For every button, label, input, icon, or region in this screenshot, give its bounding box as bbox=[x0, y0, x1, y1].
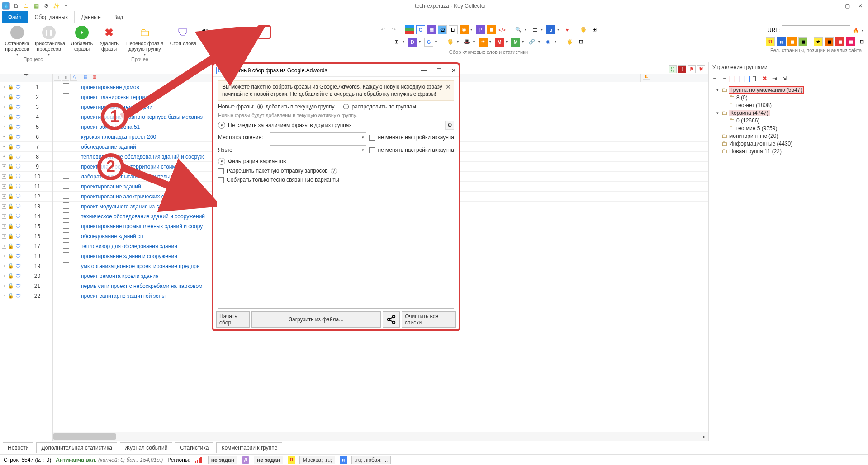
tool-o2-icon[interactable]: ◼ bbox=[487, 25, 496, 34]
contrast-icon[interactable] bbox=[201, 29, 209, 37]
phrase-cell[interactable]: тепловизор для обследования зданий bbox=[79, 243, 177, 249]
maximize-button[interactable]: ▢ bbox=[845, 3, 850, 9]
tree-item[interactable]: 🗀8 (0) bbox=[711, 94, 866, 101]
row-checkbox[interactable] bbox=[63, 202, 69, 209]
phrase-cell[interactable]: проектирование зданий bbox=[79, 183, 141, 190]
mini-6-icon[interactable]: ◼ bbox=[825, 37, 834, 46]
mini-5-icon[interactable]: ★ bbox=[814, 37, 823, 46]
tool-dot-icon[interactable]: ◉ bbox=[544, 38, 553, 47]
action-del-icon[interactable]: ✖ bbox=[697, 65, 705, 73]
tool-redo-icon[interactable]: ↷ bbox=[389, 25, 398, 34]
batch-checkbox[interactable] bbox=[218, 168, 224, 174]
menu-view[interactable]: Вид bbox=[107, 11, 130, 23]
grp-x-icon[interactable]: ✖ bbox=[760, 74, 768, 82]
region-moscow[interactable]: Москва; .ru; bbox=[299, 456, 335, 464]
close-button[interactable]: ✕ bbox=[858, 3, 863, 9]
expand-icon[interactable]: + bbox=[2, 264, 6, 268]
expand-icon[interactable]: + bbox=[2, 274, 6, 278]
url-input[interactable] bbox=[782, 25, 850, 35]
tree-arrow-icon[interactable]: ▾ bbox=[715, 88, 720, 92]
tab-extra-stats[interactable]: Дополнительная статистика bbox=[36, 442, 117, 453]
new-icon[interactable]: 🗋 bbox=[13, 2, 20, 9]
lang-keep-checkbox[interactable] bbox=[369, 147, 375, 153]
phrase-cell[interactable]: пермь сити проект с небоскребами на парк… bbox=[79, 283, 202, 289]
clear-lists-button[interactable]: Очистить все списки bbox=[402, 311, 456, 328]
load-file-button[interactable]: Загрузить из файла... bbox=[251, 311, 381, 328]
tree-item[interactable]: ▾🗀Корзина (4747) bbox=[711, 109, 866, 117]
pause-processes-button[interactable]: ❚❚ Приостановка процессов ▾ bbox=[35, 25, 62, 56]
expand-icon[interactable]: + bbox=[2, 284, 6, 288]
phrase-cell[interactable]: проект планировки территории стоимость bbox=[79, 164, 187, 170]
tool-google-icon[interactable]: G bbox=[424, 38, 433, 47]
tool-p-icon[interactable]: P bbox=[476, 25, 485, 34]
tree-item[interactable]: 🗀мониторинг гтс (20) bbox=[711, 132, 866, 140]
mini-3-icon[interactable]: ◼ bbox=[787, 37, 797, 46]
region-nz-1[interactable]: не задан bbox=[208, 456, 237, 464]
tree-item[interactable]: 🗀0 (12666) bbox=[711, 117, 866, 124]
tool-violet-icon[interactable]: ▦ bbox=[427, 25, 436, 34]
tool-link-icon[interactable]: 🔗 bbox=[527, 38, 536, 47]
tool-heart-icon[interactable]: ♥ bbox=[563, 25, 572, 34]
tool-li-icon[interactable]: Li bbox=[449, 25, 458, 34]
dialog-minimize[interactable]: — bbox=[421, 67, 427, 74]
row-checkbox[interactable] bbox=[63, 292, 69, 298]
row-checkbox[interactable] bbox=[63, 113, 69, 119]
help-icon[interactable]: ? bbox=[331, 168, 337, 174]
open-icon[interactable]: 🗀 bbox=[23, 2, 30, 9]
row-checkbox[interactable] bbox=[63, 143, 69, 149]
tree-item[interactable]: 🗀Информационные (4430) bbox=[711, 140, 866, 147]
region-nz-2[interactable]: не задан bbox=[254, 456, 283, 464]
grp-tree-icon[interactable]: ⇲ bbox=[780, 74, 788, 82]
lang-combo[interactable]: ▾ bbox=[270, 145, 366, 155]
phrase-cell[interactable]: техническое обследование зданий и сооруж… bbox=[79, 213, 205, 220]
tab-news[interactable]: Новости bbox=[3, 442, 33, 453]
location-combo[interactable]: ▾ bbox=[270, 132, 366, 142]
tool-m-icon[interactable]: M bbox=[495, 38, 504, 47]
tab-comments[interactable]: Комментарии к группе bbox=[216, 442, 282, 453]
tool-hand2-icon[interactable]: 🖐 bbox=[446, 38, 455, 47]
tree-item[interactable]: ▾🗀Группа по умолчанию (5547) bbox=[711, 86, 866, 94]
tool-m2-icon[interactable]: M bbox=[511, 38, 520, 47]
region-any[interactable]: .ru; любая; ... bbox=[351, 456, 391, 464]
tool-grid2-icon[interactable]: ⊞ bbox=[576, 38, 585, 47]
expand-icon[interactable]: + bbox=[2, 145, 6, 149]
save-icon[interactable]: ▦ bbox=[33, 2, 40, 9]
action-warn-icon[interactable]: ! bbox=[678, 65, 686, 73]
tab-log[interactable]: Журнал событий bbox=[120, 442, 172, 453]
share-button[interactable] bbox=[383, 311, 400, 328]
phrase-cell[interactable]: проект модульного здания из сэндвич пане… bbox=[79, 203, 199, 210]
expand-icon[interactable]: + bbox=[2, 194, 6, 199]
phrase-cell[interactable]: проектирование зданий и сооружений bbox=[79, 253, 177, 259]
dialog-maximize[interactable]: ☐ bbox=[436, 67, 441, 74]
tool-code-icon[interactable]: </> bbox=[498, 25, 507, 34]
phrase-cell[interactable]: проектирование главного корпуса базы мех… bbox=[79, 114, 203, 120]
phrase-cell[interactable]: проектирование электрических сетей bbox=[79, 193, 175, 200]
phrase-cell[interactable]: проект ремонта кровли здания bbox=[79, 273, 158, 279]
ya-icon[interactable]: Я bbox=[766, 37, 775, 46]
grp-sort-icon[interactable]: ⇅ bbox=[750, 74, 759, 82]
expand-icon[interactable]: + bbox=[2, 95, 6, 99]
tool-hand1-icon[interactable]: 🖐 bbox=[579, 25, 588, 34]
expand-icon[interactable]: + bbox=[2, 184, 6, 189]
wand-icon[interactable]: ✨ bbox=[52, 2, 60, 9]
row-checkbox[interactable] bbox=[63, 103, 69, 109]
grp-in-icon[interactable]: ⇥ bbox=[770, 74, 778, 82]
action-go-icon[interactable]: ⟨⟩ bbox=[669, 65, 677, 73]
radio-add-current[interactable] bbox=[257, 104, 263, 109]
qat-more-icon[interactable]: ▾ bbox=[62, 2, 70, 9]
phrase-cell[interactable]: проект планировки территории bbox=[79, 94, 159, 100]
dialog-gear-icon[interactable]: ⚙ bbox=[445, 121, 454, 130]
row-checkbox[interactable] bbox=[63, 93, 69, 99]
row-checkbox[interactable] bbox=[63, 173, 69, 179]
expand-icon[interactable]: + bbox=[2, 115, 6, 119]
phrase-cell[interactable]: обследование зданий bbox=[79, 144, 136, 150]
expand-icon[interactable]: + bbox=[2, 254, 6, 258]
dialog-close[interactable]: ✕ bbox=[451, 67, 456, 74]
tool-orange-icon[interactable]: ◉ bbox=[460, 25, 469, 34]
expand-icon[interactable]: + bbox=[2, 244, 6, 249]
row-checkbox[interactable] bbox=[63, 222, 69, 229]
tool-hand3-icon[interactable]: 🖐 bbox=[565, 38, 574, 47]
tool-row2-1-icon[interactable]: ⊞ bbox=[392, 38, 401, 47]
tool-sun-icon[interactable]: ☀ bbox=[479, 38, 488, 47]
expand-icon[interactable]: + bbox=[2, 204, 6, 209]
